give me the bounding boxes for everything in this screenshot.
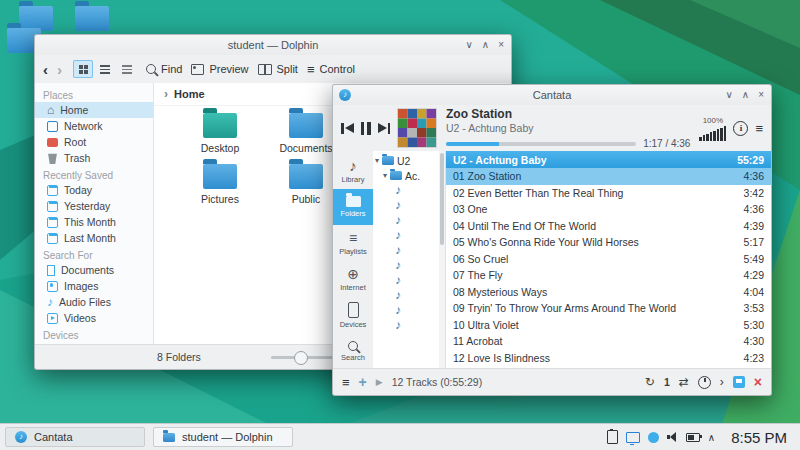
compact-view-button[interactable] — [95, 60, 115, 78]
info-icon[interactable]: i — [733, 121, 748, 136]
sidebar-item-home[interactable]: ⌂ Home — [35, 102, 153, 118]
tab-internet[interactable]: ⊕ Internet — [333, 261, 373, 297]
close-icon[interactable]: × — [498, 40, 504, 50]
tab-devices[interactable]: Devices — [333, 297, 373, 333]
tree-track-file[interactable]: ♪ — [373, 258, 445, 273]
tab-search[interactable]: Search — [333, 333, 373, 369]
icons-view-button[interactable] — [73, 60, 93, 78]
desktop-icon-folder[interactable] — [70, 6, 114, 31]
track-row[interactable]: 11 Acrobat 4:30 — [446, 333, 771, 350]
minimize-icon[interactable]: ∨ — [726, 90, 733, 100]
maximize-icon[interactable]: ∧ — [482, 40, 489, 50]
sidebar-item-yesterday[interactable]: Yesterday — [35, 198, 153, 214]
track-row[interactable]: 08 Mysterious Ways 4:04 — [446, 284, 771, 301]
track-row[interactable]: 06 So Cruel 5:49 — [446, 251, 771, 268]
track-row[interactable]: 09 Tryin' To Throw Your Arms Around The … — [446, 300, 771, 317]
network-icon[interactable] — [648, 432, 659, 443]
tree-track-file[interactable]: ♪ — [373, 228, 445, 243]
minimize-icon[interactable]: ∨ — [466, 40, 473, 50]
sidebar-item-network[interactable]: Network — [35, 118, 153, 134]
close-icon[interactable]: × — [758, 90, 764, 100]
forward-button[interactable]: › — [57, 62, 62, 77]
tree-track-file[interactable]: ♪ — [373, 213, 445, 228]
tab-playlists[interactable]: ≡ Playlists — [333, 225, 373, 261]
tree-scrollbar[interactable] — [439, 151, 445, 369]
preview-button[interactable]: Preview — [191, 63, 248, 75]
tree-track-file[interactable]: ♪ — [373, 183, 445, 198]
play-icon[interactable]: ▶ — [376, 378, 383, 387]
tree-track-file[interactable]: ♪ — [373, 243, 445, 258]
expander-icon[interactable]: ▾ — [375, 156, 379, 165]
taskbar-task-dolphin[interactable]: student — Dolphin — [153, 427, 293, 447]
sidebar-item-trash[interactable]: Trash — [35, 150, 153, 166]
timer-icon[interactable] — [698, 376, 711, 389]
dolphin-titlebar[interactable]: student — Dolphin ∨ ∧ × — [35, 35, 511, 55]
control-button[interactable]: ≡ Control — [307, 63, 355, 76]
track-row[interactable]: 05 Who's Gonna Ride Your Wild Horses 5:1… — [446, 234, 771, 251]
sidebar-item-root[interactable]: Root — [35, 134, 153, 150]
tab-library[interactable]: ♪ Library — [333, 153, 373, 189]
tray-expand-icon[interactable]: ∧ — [708, 432, 715, 443]
expander-icon[interactable]: ▾ — [383, 171, 387, 180]
tree-item-achtung[interactable]: ▾ Ac. — [373, 168, 445, 183]
tab-folders[interactable]: Folders — [333, 189, 373, 225]
sidebar-item-images[interactable]: Images — [35, 278, 153, 294]
split-button[interactable]: Split — [258, 63, 298, 75]
video-icon — [47, 313, 58, 324]
tree-track-file[interactable]: ♪ — [373, 288, 445, 303]
cantata-titlebar[interactable]: ♪ Cantata ∨ ∧ × — [333, 85, 771, 105]
tree-track-file[interactable]: ♪ — [373, 273, 445, 288]
track-row[interactable]: 12 Love Is Blindness 4:23 — [446, 350, 771, 367]
sidebar-item-this-month[interactable]: This Month — [35, 214, 153, 230]
menu-icon[interactable]: ≡ — [755, 122, 763, 135]
track-duration: 4:29 — [744, 269, 764, 281]
queue-menu-icon[interactable]: ≡ — [342, 376, 350, 389]
sidebar-item-videos[interactable]: Videos — [35, 310, 153, 326]
sidebar-item-documents[interactable]: Documents — [35, 262, 153, 278]
battery-icon[interactable] — [686, 433, 700, 442]
sidebar-item-last-month[interactable]: Last Month — [35, 230, 153, 246]
zoom-slider-handle[interactable] — [294, 351, 308, 365]
folder-item-desktop[interactable]: Desktop — [180, 113, 260, 154]
sidebar-item-today[interactable]: Today — [35, 182, 153, 198]
track-row[interactable]: 04 Until The End Of The World 4:39 — [446, 218, 771, 235]
track-row[interactable]: 02 Even Better Than The Real Thing 3:42 — [446, 185, 771, 202]
tab-label: Search — [341, 353, 365, 362]
previous-track-button[interactable] — [341, 123, 354, 134]
sidebar-item-audio-files[interactable]: ♪ Audio Files — [35, 294, 153, 310]
volume-control[interactable]: 100% — [699, 116, 726, 141]
track-row[interactable]: 07 The Fly 4:29 — [446, 267, 771, 284]
sidebar-item-label: Root — [64, 136, 86, 148]
save-playlist-icon[interactable] — [733, 376, 745, 388]
refresh-icon[interactable]: ↻ — [645, 376, 655, 388]
folder-item-pictures[interactable]: Pictures — [180, 164, 260, 205]
maximize-icon[interactable]: ∧ — [742, 90, 749, 100]
track-duration: 3:53 — [744, 302, 764, 314]
find-button[interactable]: Find — [146, 63, 182, 75]
clipboard-icon[interactable] — [607, 430, 618, 444]
back-button[interactable]: ‹ — [43, 62, 48, 77]
display-icon[interactable] — [626, 432, 640, 443]
tree-track-file[interactable]: ♪ — [373, 318, 445, 333]
repeat-one-icon[interactable]: 1 — [664, 377, 670, 388]
track-row[interactable]: 10 Ultra Violet 5:30 — [446, 317, 771, 334]
expand-icon[interactable]: › — [720, 376, 724, 388]
add-icon[interactable]: + — [359, 375, 367, 389]
tree-track-file[interactable]: ♪ — [373, 198, 445, 213]
album-header-row[interactable]: U2 - Achtung Baby 55:29 — [446, 151, 771, 168]
tree-scrollbar-thumb[interactable] — [440, 153, 444, 245]
tree-track-file[interactable]: ♪ — [373, 303, 445, 318]
pause-button[interactable] — [361, 122, 371, 135]
seek-bar[interactable] — [446, 142, 636, 146]
tree-item-u2[interactable]: ▾ U2 — [373, 153, 445, 168]
taskbar-task-cantata[interactable]: ♪ Cantata — [5, 427, 145, 447]
breadcrumb-home[interactable]: Home — [174, 88, 205, 100]
volume-icon[interactable] — [667, 432, 678, 443]
next-track-button[interactable] — [378, 123, 391, 134]
clock[interactable]: 8:55 PM — [727, 429, 795, 446]
shuffle-icon[interactable]: ⇄ — [679, 376, 689, 388]
track-row[interactable]: 03 One 4:36 — [446, 201, 771, 218]
track-row[interactable]: 01 Zoo Station 4:36 — [446, 168, 771, 185]
details-view-button[interactable] — [117, 60, 137, 78]
clear-queue-icon[interactable]: × — [754, 375, 762, 389]
